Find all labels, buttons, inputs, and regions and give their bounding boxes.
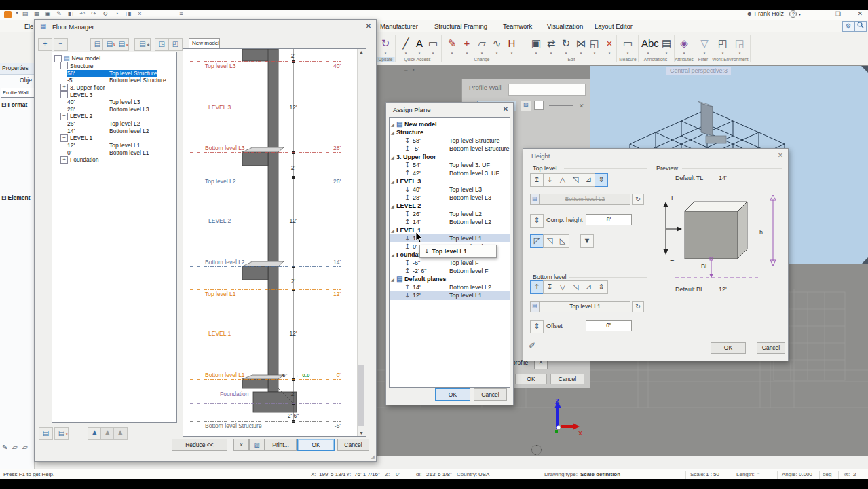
menu-item[interactable]: Manufacturer [380, 22, 418, 30]
plane-tree-row[interactable]: Default planes [390, 275, 510, 283]
expander-icon[interactable] [60, 156, 68, 164]
plane-tree-row[interactable]: Structure [390, 128, 510, 137]
ribbon-tool-icon[interactable]: ▤ [660, 37, 673, 54]
tools-x-button[interactable]: × [233, 439, 249, 451]
bl-fixed-height-button[interactable]: ⇕ [595, 280, 608, 294]
tl-angle-button[interactable]: ⊿ [582, 173, 595, 187]
expander-icon[interactable] [60, 134, 68, 142]
qat-icon[interactable]: ◧ [66, 10, 75, 17]
ribbon-tool-icon[interactable]: ◈ [677, 37, 691, 54]
edit-style-button[interactable]: ▨ [521, 101, 531, 111]
ribbon-tool-icon[interactable]: ▣ [529, 37, 543, 54]
height-titlebar[interactable]: Height ✕ [523, 149, 788, 162]
tl-bottom-ref-button[interactable]: ↥ [530, 173, 544, 187]
viewport-maximize-icon[interactable]: ▪ [413, 67, 415, 73]
tl-top-ref-button[interactable]: ↧ [543, 173, 556, 187]
reduce-button[interactable]: Reduce << [172, 439, 227, 451]
plane-tree-row[interactable]: New model [390, 120, 510, 128]
floor-tree-row[interactable]: ▤ 0' Bottom level L1 [52, 149, 176, 156]
profile-wall-field[interactable] [508, 84, 586, 96]
roof-right-button[interactable]: ◺ [556, 234, 569, 248]
bl-bottom-ref-button[interactable]: ↥ [530, 280, 544, 294]
save-folder-icon[interactable]: ▱ [22, 443, 28, 451]
floor-manager-titlebar[interactable]: ▦ Floor Manager ✕ [35, 20, 376, 33]
plane-tree-row[interactable]: 58' Top level Structure [390, 137, 510, 145]
qat-icon[interactable]: ◨ [124, 10, 133, 17]
print-button[interactable]: Print... [265, 439, 297, 451]
user-account[interactable]: ☻ Frank Holz ? ▾ [746, 10, 801, 18]
users-remove-button[interactable]: ♟ [113, 427, 128, 440]
ribbon-tool-icon[interactable]: ⇄ [544, 37, 558, 54]
height-cancel-button[interactable]: Cancel [757, 342, 785, 354]
floor-tree-row[interactable]: ▤ New model [52, 55, 176, 62]
menu-item[interactable]: Visualization [547, 22, 583, 30]
profile-wall-cancel-button[interactable]: Cancel [550, 374, 584, 384]
comp-height-icon-button[interactable]: ⇕ [530, 214, 544, 228]
roof-mid-button[interactable]: ◹ [543, 234, 556, 248]
properties-tab[interactable]: Properties [0, 63, 35, 75]
floor-tree-row[interactable]: ▤ 58' Top level Structure [52, 69, 176, 77]
floor-remove-button[interactable]: ▤× [54, 427, 69, 440]
expander-icon[interactable] [391, 122, 396, 127]
expander-icon[interactable] [391, 253, 396, 257]
bl-refresh-button[interactable]: ↻ [632, 301, 644, 312]
floor-tree-row[interactable]: ▤ Structure [52, 62, 176, 70]
open-folder-icon[interactable]: ▱ [12, 443, 18, 451]
offset-icon-button[interactable]: ⇕ [530, 320, 544, 333]
viewport-minimize-icon[interactable]: – [404, 67, 407, 73]
floor-tree-row[interactable]: ▤ LEVEL 2 [52, 113, 176, 120]
ap-ok-button[interactable]: OK [435, 388, 470, 401]
minimize-button[interactable]: ─ [814, 10, 818, 17]
ribbon-tool-icon[interactable]: ∿ [490, 37, 504, 54]
format-group-header[interactable]: ⊟ Format [1, 101, 27, 108]
tab-element[interactable]: Ele [24, 23, 33, 30]
floor-tree-row[interactable]: ▤ 14' Bottom level L2 [52, 127, 176, 134]
ribbon-tool-icon[interactable]: ◲ [733, 37, 747, 54]
bl-top-ref-button[interactable]: ↧ [543, 280, 556, 294]
bl-reference-field[interactable]: Top level L1 [540, 301, 630, 312]
floor-tree-row[interactable]: ▤ -5' Bottom level Structure [52, 77, 176, 84]
qat-icon[interactable]: ✎ [54, 10, 64, 17]
close-button[interactable]: ✕ [857, 10, 863, 17]
qat-icon[interactable]: ▣ [43, 10, 52, 17]
tl-slope-button[interactable]: ◹ [569, 173, 582, 187]
viewport-corner-handle[interactable] [861, 66, 868, 73]
users-edit-button[interactable]: ♟ [100, 427, 115, 440]
ribbon-tool-icon[interactable]: ↻ [379, 37, 392, 54]
ribbon-tool-icon[interactable]: ▭ [426, 37, 440, 54]
tl-reference-field[interactable]: Bottom level L2 [540, 194, 630, 205]
assign-plane-titlebar[interactable]: Assign Plane ✕ [386, 103, 513, 116]
ribbon-tool-icon[interactable]: A [413, 37, 426, 54]
floor-tree-row[interactable]: ▤ 3. Upper floor [52, 84, 176, 92]
ribbon-tool-icon[interactable]: ↻ [559, 37, 573, 54]
element-group-header[interactable]: ⊟ Element [1, 194, 31, 201]
ribbon-tool-icon[interactable]: ⋈ [574, 37, 588, 54]
scroll-down-icon[interactable]: ▼ [359, 431, 364, 435]
restore-button[interactable]: ❏ [835, 10, 841, 17]
export-button[interactable]: ◰ [168, 38, 183, 51]
scroll-up-icon[interactable]: ▲ [359, 50, 364, 54]
floor-tree-row[interactable]: ▤ LEVEL 1 [52, 134, 176, 142]
expander-icon[interactable] [60, 91, 68, 98]
ribbon-tool-icon[interactable]: ▱ [475, 37, 489, 54]
plane-tree-row[interactable]: -5' Bottom level Structure [390, 145, 510, 153]
ribbon-tool-icon[interactable]: ◰ [716, 37, 730, 54]
add-floor-button[interactable]: + [38, 38, 52, 51]
qat-icon[interactable]: × [135, 10, 145, 17]
ap-cancel-button[interactable]: Cancel [474, 388, 507, 401]
floor-tree-row[interactable]: ▤ 28' Bottom level L3 [52, 105, 176, 113]
assign-plane-close-button[interactable]: ✕ [501, 105, 510, 114]
menu-item[interactable]: Layout Editor [595, 22, 633, 30]
import-button[interactable]: ◳ [155, 38, 169, 51]
menu-item[interactable]: Teamwork [503, 22, 532, 30]
pipette-icon[interactable]: ✐ [529, 341, 535, 350]
plane-tree-row[interactable]: LEVEL 1 [390, 226, 510, 234]
funnel-button[interactable]: ▼ [580, 234, 594, 248]
comp-height-input[interactable]: 8' [586, 214, 632, 225]
plane-tree-row[interactable]: -2' 6" Bottom level F [390, 267, 510, 275]
ribbon-tool-icon[interactable]: ▭ [621, 37, 635, 54]
floor-tree-row[interactable]: ▤ 26' Top level L2 [52, 120, 176, 128]
tl-ridge-button[interactable]: △ [556, 173, 569, 187]
bl-angle-button[interactable]: ⊿ [582, 280, 595, 294]
expander-icon[interactable] [60, 113, 68, 120]
